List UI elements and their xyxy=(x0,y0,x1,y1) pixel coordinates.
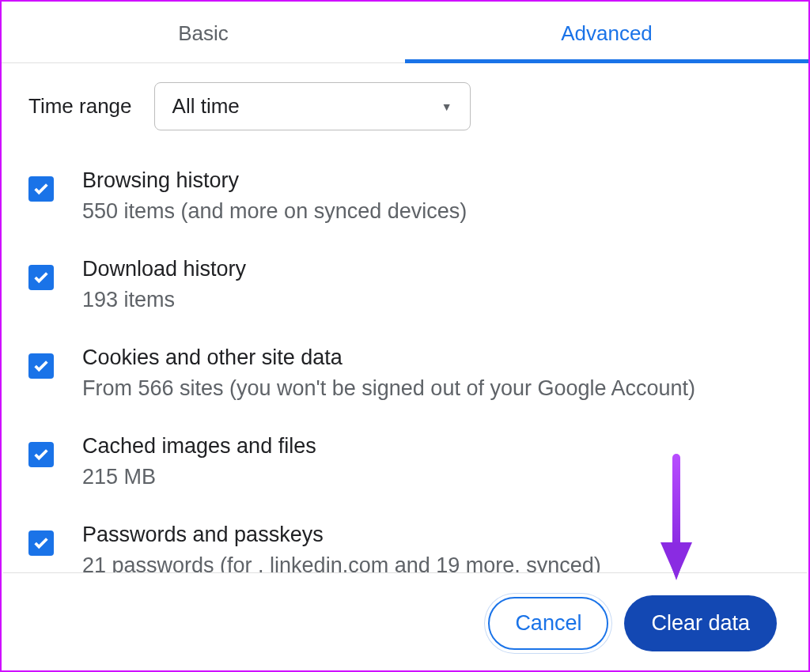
footer: Cancel Clear data xyxy=(3,572,807,670)
item-title: Download history xyxy=(82,257,246,281)
item-text: Browsing history 550 items (and more on … xyxy=(82,168,467,224)
item-title: Browsing history xyxy=(82,168,467,193)
check-icon xyxy=(32,180,50,198)
item-text: Cookies and other site data From 566 sit… xyxy=(82,345,695,401)
checkitem-cached: Cached images and files 215 MB xyxy=(28,434,782,489)
check-icon xyxy=(32,534,50,552)
checkbox-cookies[interactable] xyxy=(28,353,54,379)
tabs-container: Basic Advanced xyxy=(2,2,808,63)
chevron-down-icon: ▼ xyxy=(441,100,452,113)
item-subtitle: 21 passwords (for , linkedin.com and 19 … xyxy=(82,553,601,572)
tab-basic-label: Basic xyxy=(178,21,229,46)
tab-basic[interactable]: Basic xyxy=(2,2,405,62)
item-subtitle: From 566 sites (you won't be signed out … xyxy=(82,376,695,401)
item-subtitle: 215 MB xyxy=(82,465,316,489)
item-text: Cached images and files 215 MB xyxy=(82,434,316,489)
item-text: Download history 193 items xyxy=(82,257,246,312)
tab-advanced-label: Advanced xyxy=(561,21,653,46)
check-icon xyxy=(32,357,50,375)
item-subtitle: 193 items xyxy=(82,288,246,312)
time-range-row: Time range All time ▼ xyxy=(28,82,782,130)
checkbox-passwords[interactable] xyxy=(28,530,54,556)
check-icon xyxy=(32,269,50,286)
cancel-button[interactable]: Cancel xyxy=(488,597,608,650)
checkitem-passwords: Passwords and passkeys 21 passwords (for… xyxy=(28,523,782,572)
checkitem-download-history: Download history 193 items xyxy=(28,257,782,312)
checkitem-browsing-history: Browsing history 550 items (and more on … xyxy=(28,168,782,224)
time-range-label: Time range xyxy=(28,94,132,119)
check-icon xyxy=(32,446,50,463)
checkitem-cookies: Cookies and other site data From 566 sit… xyxy=(28,345,782,401)
item-text: Passwords and passkeys 21 passwords (for… xyxy=(82,523,601,572)
checklist: Browsing history 550 items (and more on … xyxy=(28,168,782,572)
item-subtitle: 550 items (and more on synced devices) xyxy=(82,199,467,224)
checkbox-download-history[interactable] xyxy=(28,265,54,290)
tab-advanced[interactable]: Advanced xyxy=(405,2,808,62)
item-title: Cookies and other site data xyxy=(82,345,695,370)
checkbox-browsing-history[interactable] xyxy=(28,176,54,202)
checkbox-cached[interactable] xyxy=(28,442,54,467)
clear-data-button[interactable]: Clear data xyxy=(624,595,777,651)
item-title: Cached images and files xyxy=(82,434,316,459)
time-range-value: All time xyxy=(172,94,240,119)
item-title: Passwords and passkeys xyxy=(82,523,601,547)
time-range-select[interactable]: All time ▼ xyxy=(154,82,471,130)
content-area: Time range All time ▼ Browsing history 5… xyxy=(2,63,808,572)
